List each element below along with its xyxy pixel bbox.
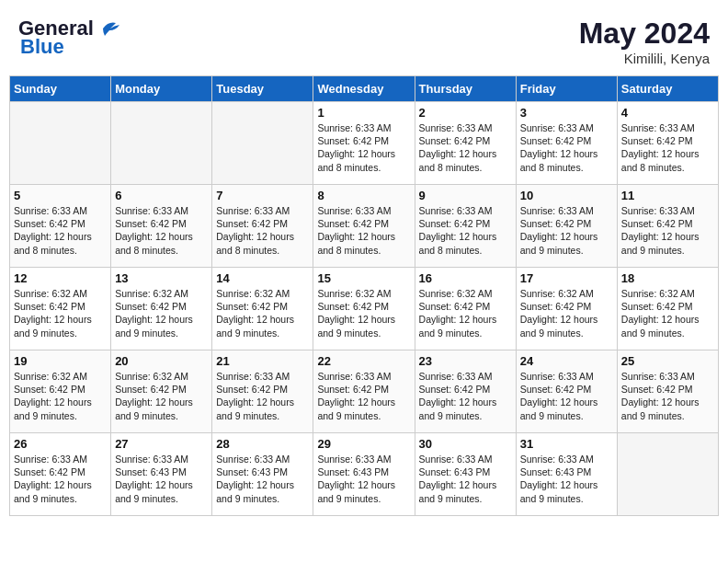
day-info: Sunrise: 6:33 AMSunset: 6:42 PMDaylight:… [621, 121, 714, 174]
day-info: Sunrise: 6:33 AMSunset: 6:42 PMDaylight:… [14, 204, 107, 257]
calendar-cell: 15Sunrise: 6:32 AMSunset: 6:42 PMDayligh… [313, 268, 415, 350]
calendar-cell: 31Sunrise: 6:33 AMSunset: 6:43 PMDayligh… [516, 433, 617, 516]
day-info: Sunrise: 6:33 AMSunset: 6:43 PMDaylight:… [317, 453, 410, 505]
week-row-1: 1Sunrise: 6:33 AMSunset: 6:42 PMDaylight… [10, 102, 719, 185]
day-number: 2 [419, 106, 512, 120]
day-number: 7 [216, 189, 309, 202]
day-number: 11 [621, 189, 714, 202]
calendar-cell: 10Sunrise: 6:33 AMSunset: 6:42 PMDayligh… [516, 185, 617, 268]
day-number: 15 [317, 271, 410, 285]
calendar-cell: 19Sunrise: 6:32 AMSunset: 6:42 PMDayligh… [10, 350, 111, 433]
day-info: Sunrise: 6:32 AMSunset: 6:42 PMDaylight:… [14, 287, 107, 339]
dow-thursday: Thursday [415, 76, 516, 102]
day-number: 16 [419, 271, 512, 285]
day-info: Sunrise: 6:32 AMSunset: 6:42 PMDaylight:… [621, 287, 714, 339]
day-info: Sunrise: 6:33 AMSunset: 6:43 PMDaylight:… [216, 453, 309, 505]
day-info: Sunrise: 6:32 AMSunset: 6:42 PMDaylight:… [317, 287, 410, 339]
calendar-cell: 11Sunrise: 6:33 AMSunset: 6:42 PMDayligh… [617, 185, 718, 268]
week-row-5: 26Sunrise: 6:33 AMSunset: 6:42 PMDayligh… [10, 433, 719, 516]
calendar-cell: 8Sunrise: 6:33 AMSunset: 6:42 PMDaylight… [313, 185, 415, 268]
calendar-table: SundayMondayTuesdayWednesdayThursdayFrid… [9, 75, 719, 516]
calendar-cell: 26Sunrise: 6:33 AMSunset: 6:42 PMDayligh… [10, 433, 111, 516]
day-number: 19 [14, 354, 107, 368]
dow-tuesday: Tuesday [212, 76, 313, 102]
day-number: 9 [419, 189, 512, 202]
day-number: 10 [520, 189, 613, 202]
calendar-cell: 1Sunrise: 6:33 AMSunset: 6:42 PMDaylight… [313, 102, 415, 185]
calendar-cell: 6Sunrise: 6:33 AMSunset: 6:42 PMDaylight… [111, 185, 212, 268]
day-number: 17 [520, 271, 613, 285]
day-info: Sunrise: 6:33 AMSunset: 6:42 PMDaylight:… [216, 370, 309, 422]
day-info: Sunrise: 6:33 AMSunset: 6:42 PMDaylight:… [621, 204, 714, 257]
day-number: 22 [317, 354, 410, 368]
day-number: 31 [520, 437, 613, 451]
calendar-cell [10, 102, 111, 185]
calendar-cell: 29Sunrise: 6:33 AMSunset: 6:43 PMDayligh… [313, 433, 415, 516]
month-year-title: May 2024 [579, 17, 710, 51]
dow-wednesday: Wednesday [313, 76, 415, 102]
calendar-cell: 9Sunrise: 6:33 AMSunset: 6:42 PMDaylight… [415, 185, 516, 268]
day-info: Sunrise: 6:33 AMSunset: 6:42 PMDaylight:… [14, 453, 107, 505]
day-number: 21 [216, 354, 309, 368]
calendar-cell: 21Sunrise: 6:33 AMSunset: 6:42 PMDayligh… [212, 350, 313, 433]
day-number: 18 [621, 271, 714, 285]
day-info: Sunrise: 6:32 AMSunset: 6:42 PMDaylight:… [14, 370, 107, 422]
day-number: 8 [317, 189, 410, 202]
day-info: Sunrise: 6:33 AMSunset: 6:42 PMDaylight:… [216, 204, 309, 257]
dow-saturday: Saturday [617, 76, 718, 102]
calendar-cell [212, 102, 313, 185]
day-info: Sunrise: 6:32 AMSunset: 6:42 PMDaylight:… [216, 287, 309, 339]
day-number: 5 [14, 189, 107, 202]
calendar-cell: 7Sunrise: 6:33 AMSunset: 6:42 PMDaylight… [212, 185, 313, 268]
calendar-cell [617, 433, 718, 516]
calendar-cell: 12Sunrise: 6:32 AMSunset: 6:42 PMDayligh… [10, 268, 111, 350]
calendar-cell: 14Sunrise: 6:32 AMSunset: 6:42 PMDayligh… [212, 268, 313, 350]
day-info: Sunrise: 6:32 AMSunset: 6:42 PMDaylight:… [419, 287, 512, 339]
day-info: Sunrise: 6:32 AMSunset: 6:42 PMDaylight:… [115, 370, 208, 422]
day-info: Sunrise: 6:33 AMSunset: 6:42 PMDaylight:… [115, 204, 208, 257]
day-number: 3 [520, 106, 613, 120]
calendar-cell: 16Sunrise: 6:32 AMSunset: 6:42 PMDayligh… [415, 268, 516, 350]
day-number: 12 [14, 271, 107, 285]
calendar-cell: 13Sunrise: 6:32 AMSunset: 6:42 PMDayligh… [111, 268, 212, 350]
calendar-cell: 3Sunrise: 6:33 AMSunset: 6:42 PMDaylight… [516, 102, 617, 185]
day-number: 14 [216, 271, 309, 285]
day-info: Sunrise: 6:33 AMSunset: 6:42 PMDaylight:… [317, 121, 410, 174]
dow-friday: Friday [516, 76, 617, 102]
calendar-cell: 23Sunrise: 6:33 AMSunset: 6:42 PMDayligh… [415, 350, 516, 433]
day-info: Sunrise: 6:33 AMSunset: 6:42 PMDaylight:… [520, 204, 613, 257]
day-number: 4 [621, 106, 714, 120]
logo-blue-text: Blue [20, 35, 64, 59]
day-info: Sunrise: 6:33 AMSunset: 6:42 PMDaylight:… [317, 204, 410, 257]
day-number: 25 [621, 354, 714, 368]
calendar-cell: 24Sunrise: 6:33 AMSunset: 6:42 PMDayligh… [516, 350, 617, 433]
calendar-cell: 2Sunrise: 6:33 AMSunset: 6:42 PMDaylight… [415, 102, 516, 185]
day-info: Sunrise: 6:33 AMSunset: 6:42 PMDaylight:… [419, 204, 512, 257]
day-info: Sunrise: 6:33 AMSunset: 6:43 PMDaylight:… [419, 453, 512, 505]
calendar-cell: 17Sunrise: 6:32 AMSunset: 6:42 PMDayligh… [516, 268, 617, 350]
calendar-cell: 22Sunrise: 6:33 AMSunset: 6:42 PMDayligh… [313, 350, 415, 433]
title-area: May 2024 Kimilili, Kenya [579, 17, 710, 66]
day-info: Sunrise: 6:33 AMSunset: 6:42 PMDaylight:… [419, 370, 512, 422]
day-info: Sunrise: 6:33 AMSunset: 6:43 PMDaylight:… [115, 453, 208, 505]
day-info: Sunrise: 6:33 AMSunset: 6:42 PMDaylight:… [520, 121, 613, 174]
calendar-body: 1Sunrise: 6:33 AMSunset: 6:42 PMDaylight… [10, 102, 719, 516]
day-number: 13 [115, 271, 208, 285]
calendar-cell: 28Sunrise: 6:33 AMSunset: 6:43 PMDayligh… [212, 433, 313, 516]
week-row-4: 19Sunrise: 6:32 AMSunset: 6:42 PMDayligh… [10, 350, 719, 433]
day-number: 28 [216, 437, 309, 451]
calendar-cell: 4Sunrise: 6:33 AMSunset: 6:42 PMDaylight… [617, 102, 718, 185]
week-row-3: 12Sunrise: 6:32 AMSunset: 6:42 PMDayligh… [10, 268, 719, 350]
day-number: 1 [317, 106, 410, 120]
day-number: 24 [520, 354, 613, 368]
week-row-2: 5Sunrise: 6:33 AMSunset: 6:42 PMDaylight… [10, 185, 719, 268]
calendar-cell: 27Sunrise: 6:33 AMSunset: 6:43 PMDayligh… [111, 433, 212, 516]
calendar-cell: 5Sunrise: 6:33 AMSunset: 6:42 PMDaylight… [10, 185, 111, 268]
day-number: 20 [115, 354, 208, 368]
calendar-cell: 25Sunrise: 6:33 AMSunset: 6:42 PMDayligh… [617, 350, 718, 433]
logo-bird-icon [96, 19, 123, 38]
day-info: Sunrise: 6:33 AMSunset: 6:42 PMDaylight:… [520, 370, 613, 422]
day-number: 27 [115, 437, 208, 451]
page-header: General Blue May 2024 Kimilili, Kenya [9, 9, 719, 72]
day-number: 23 [419, 354, 512, 368]
